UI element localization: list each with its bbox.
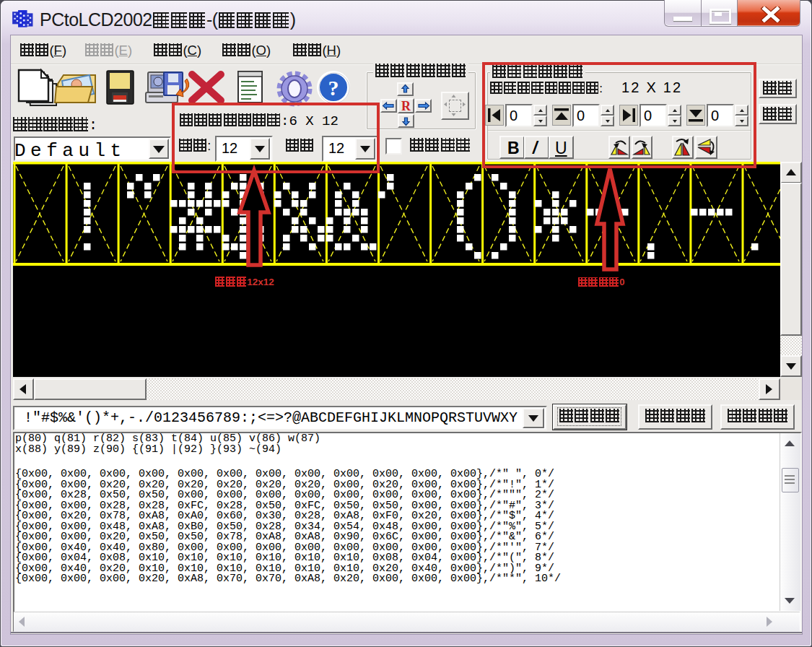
svg-text:?: ? [328,76,339,100]
